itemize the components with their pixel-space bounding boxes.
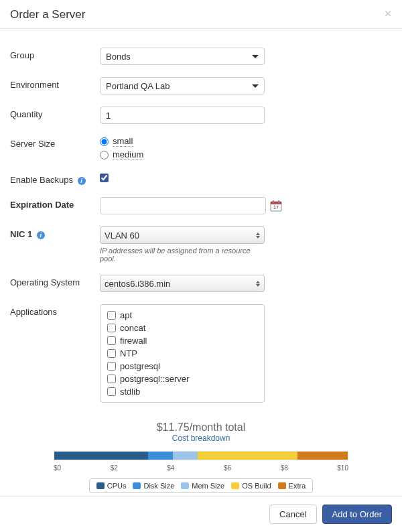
svg-text:17: 17 <box>273 205 279 210</box>
os-select[interactable]: centos6.i386.min <box>100 275 265 292</box>
select-caret-icon <box>256 281 260 287</box>
app-item[interactable]: firewall <box>107 336 257 346</box>
cost-tick: $6 <box>224 464 231 472</box>
app-checkbox[interactable] <box>107 336 116 345</box>
app-item[interactable]: NTP <box>107 348 257 358</box>
app-item[interactable]: concat <box>107 323 257 333</box>
app-item[interactable]: postgresql <box>107 361 257 371</box>
app-item[interactable]: apt <box>107 310 257 320</box>
cost-segment-disk-size <box>148 452 173 460</box>
legend-item: Extra <box>278 482 306 490</box>
cost-segment-extra <box>297 452 348 460</box>
info-icon[interactable]: i <box>37 231 45 239</box>
os-value: centos6.i386.min <box>105 279 170 289</box>
os-label: Operating System <box>10 275 100 287</box>
group-label: Group <box>10 48 100 60</box>
app-label: firewall <box>120 336 147 346</box>
cancel-button[interactable]: Cancel <box>269 505 316 524</box>
app-item[interactable]: postgresql::server <box>107 374 257 384</box>
cost-ticks: $0$2$4$6$8$10 <box>54 464 348 472</box>
cost-segment-mem-size <box>173 452 198 460</box>
cost-tick: $4 <box>167 464 174 472</box>
radio-medium-input[interactable] <box>100 151 109 159</box>
cost-breakdown-link[interactable]: Cost breakdown <box>10 434 392 443</box>
legend-label: CPUs <box>107 482 127 490</box>
radio-medium-label: medium <box>113 149 143 160</box>
app-checkbox[interactable] <box>107 324 116 332</box>
legend-swatch <box>278 482 286 489</box>
cost-legend: CPUsDisk SizeMem SizeOS BuildExtra <box>89 478 314 493</box>
app-label: stdlib <box>120 387 140 397</box>
app-item[interactable]: stdlib <box>107 387 257 397</box>
expiration-date-input[interactable] <box>100 197 266 214</box>
nic1-value: VLAN 60 <box>105 230 139 241</box>
nic1-select[interactable]: VLAN 60 <box>100 226 265 244</box>
legend-item: OS Build <box>231 482 271 490</box>
close-icon[interactable]: × <box>384 7 392 20</box>
app-checkbox[interactable] <box>107 311 116 320</box>
cost-bar <box>54 451 348 460</box>
expiration-date-label: Expiration Date <box>10 197 100 210</box>
svg-rect-3 <box>278 200 279 203</box>
environment-dropdown[interactable]: Portland QA Lab <box>100 77 265 94</box>
modal-title: Order a Server <box>10 8 392 21</box>
legend-label: Mem Size <box>192 482 224 490</box>
legend-swatch <box>96 482 105 489</box>
group-dropdown[interactable]: Bonds <box>100 48 265 65</box>
enable-backups-label: Enable Backups i <box>10 172 100 185</box>
legend-swatch <box>231 482 239 489</box>
cost-tick: $2 <box>111 464 118 472</box>
legend-label: Disk Size <box>143 482 174 490</box>
svg-rect-1 <box>271 202 281 204</box>
radio-small[interactable]: small <box>100 136 265 147</box>
chevron-down-icon <box>252 55 259 58</box>
modal-header: Order a Server × <box>0 0 402 29</box>
app-label: postgresql::server <box>120 374 189 384</box>
svg-rect-2 <box>273 200 274 203</box>
radio-medium[interactable]: medium <box>100 149 265 160</box>
app-checkbox[interactable] <box>107 387 116 396</box>
app-checkbox[interactable] <box>107 362 116 371</box>
modal-body: Group Bonds Environment Portland QA Lab … <box>0 29 402 496</box>
server-size-label: Server Size <box>10 136 100 149</box>
legend-label: Extra <box>289 482 306 490</box>
chevron-down-icon <box>252 84 259 88</box>
group-value: Bonds <box>106 52 131 62</box>
legend-item: CPUs <box>96 482 127 490</box>
enable-backups-checkbox[interactable] <box>100 174 109 182</box>
cost-segment-cpus <box>54 452 148 460</box>
radio-small-input[interactable] <box>100 137 109 146</box>
order-server-modal: Order a Server × Group Bonds Environment… <box>0 0 402 532</box>
cost-tick: $10 <box>337 464 348 472</box>
cost-section: $11.75/month total Cost breakdown $0$2$4… <box>10 421 392 493</box>
cost-bar-wrap: $0$2$4$6$8$10 <box>54 451 348 472</box>
cost-tick: $0 <box>54 464 61 472</box>
app-checkbox[interactable] <box>107 349 116 358</box>
nic1-help: IP addresses will be assigned from a res… <box>100 247 265 263</box>
cost-tick: $8 <box>281 464 288 472</box>
legend-label: OS Build <box>242 482 271 490</box>
quantity-input[interactable] <box>100 107 265 124</box>
applications-list: aptconcatfirewallNTPpostgresqlpostgresql… <box>100 304 265 403</box>
server-size-radio-group: small medium <box>100 136 265 160</box>
app-label: postgresql <box>120 361 160 371</box>
environment-value: Portland QA Lab <box>106 81 170 91</box>
legend-item: Disk Size <box>133 482 174 490</box>
select-caret-icon <box>256 232 260 239</box>
applications-label: Applications <box>10 304 100 317</box>
info-icon[interactable]: i <box>78 177 86 185</box>
app-checkbox[interactable] <box>107 375 116 383</box>
radio-small-label: small <box>113 136 133 147</box>
nic1-label: NIC 1 i <box>10 226 100 239</box>
cost-total: $11.75/month total <box>10 421 392 434</box>
app-label: apt <box>120 310 132 320</box>
legend-swatch <box>181 482 189 489</box>
legend-swatch <box>133 482 141 489</box>
app-label: concat <box>120 323 145 333</box>
calendar-icon[interactable]: 17 <box>270 200 282 212</box>
legend-item: Mem Size <box>181 482 224 490</box>
add-to-order-button[interactable]: Add to Order <box>322 505 392 524</box>
quantity-label: Quantity <box>10 107 100 119</box>
cost-segment-os-build <box>198 452 297 460</box>
modal-footer: Cancel Add to Order <box>0 496 402 532</box>
